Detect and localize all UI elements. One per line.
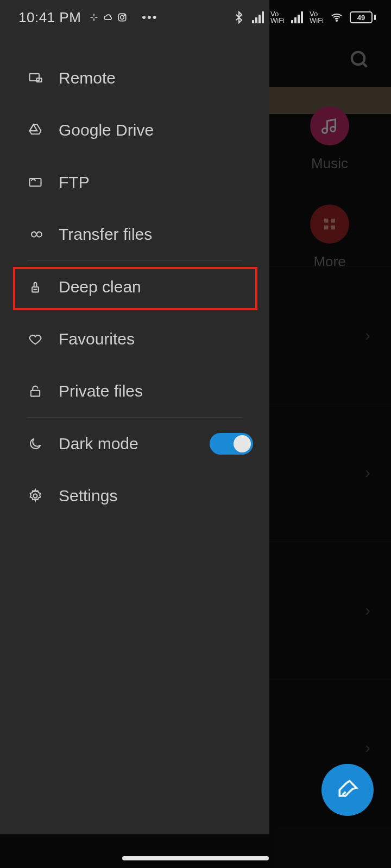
cloud-icon <box>103 12 113 23</box>
drawer-item-settings[interactable]: Settings <box>0 470 269 522</box>
vowifi-indicator: VoWiFi <box>270 11 285 24</box>
drawer-item-label: Transfer files <box>59 225 152 244</box>
drawer-item-google-drive[interactable]: Google Drive <box>0 104 269 156</box>
moon-icon <box>27 436 43 452</box>
battery-indicator: 49 <box>350 11 376 23</box>
drawer-item-favourites[interactable]: Favourites <box>0 313 269 365</box>
drawer-item-remote[interactable]: Remote <box>0 52 269 104</box>
signal-icon <box>291 11 303 23</box>
drawer-item-label: Private files <box>59 382 143 400</box>
status-bar: 10:41 PM ••• VoWiFi VoWiFi 49 <box>0 0 391 35</box>
more-notifications-icon: ••• <box>142 10 157 24</box>
drive-icon <box>27 122 43 138</box>
vowifi-indicator: VoWiFi <box>310 11 324 24</box>
signal-icon <box>252 11 264 23</box>
drawer-item-deep-clean[interactable]: Deep clean <box>0 261 269 313</box>
svg-rect-10 <box>31 391 40 397</box>
drawer-item-transfer[interactable]: Transfer files <box>0 208 269 260</box>
heart-icon <box>27 331 43 347</box>
drawer-item-dark-mode: Dark mode <box>0 418 269 470</box>
dark-mode-toggle[interactable] <box>210 433 253 455</box>
wifi-icon <box>330 11 343 24</box>
broom-icon <box>27 279 43 295</box>
clean-fab[interactable] <box>321 764 374 816</box>
infinity-icon <box>27 226 43 242</box>
drawer-item-label: Favourites <box>59 330 135 348</box>
svg-point-13 <box>121 16 124 20</box>
drawer-item-private[interactable]: Private files <box>0 365 269 417</box>
lock-icon <box>27 383 43 399</box>
drawer-item-label: Remote <box>59 69 116 87</box>
navigation-drawer: Remote Google Drive FTP Transfer files <box>0 0 269 834</box>
slack-icon <box>89 12 99 23</box>
status-time: 10:41 PM <box>18 9 81 26</box>
screen: Music More › › › › Remote <box>0 0 391 868</box>
drawer-item-label: Google Drive <box>59 121 154 139</box>
svg-point-14 <box>124 15 125 16</box>
drawer-item-label: Settings <box>59 487 117 505</box>
monitor-icon <box>27 70 43 86</box>
gesture-bar[interactable] <box>122 856 269 860</box>
instagram-icon <box>117 12 128 23</box>
bluetooth-icon <box>232 11 245 24</box>
drawer-item-label: Dark mode <box>59 435 138 453</box>
svg-point-15 <box>336 20 337 21</box>
battery-level: 49 <box>350 11 373 23</box>
svg-point-11 <box>34 494 37 498</box>
drawer-item-label: Deep clean <box>59 278 141 296</box>
svg-rect-6 <box>30 74 40 81</box>
gear-icon <box>27 488 43 504</box>
drawer-item-ftp[interactable]: FTP <box>0 156 269 208</box>
drawer-item-label: FTP <box>59 173 90 192</box>
ftp-icon <box>27 174 43 190</box>
